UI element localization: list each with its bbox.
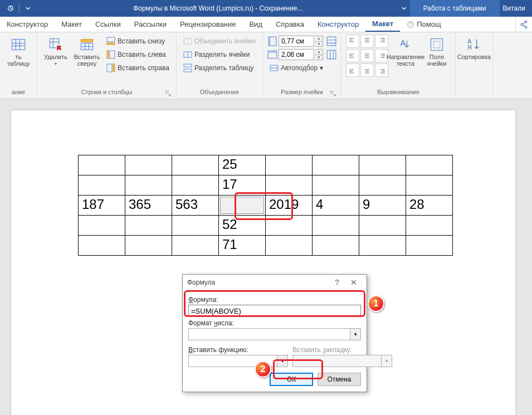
split-table-button[interactable]: Разделить таблицу [181, 61, 258, 75]
align-ml[interactable] [346, 49, 359, 62]
cell[interactable]: 2019 [266, 196, 313, 216]
tab-spravka[interactable]: Справка [269, 17, 311, 32]
cell[interactable] [313, 175, 359, 196]
svg-rect-16 [270, 37, 276, 46]
cell[interactable] [406, 236, 453, 256]
row-height-spinner[interactable]: ▲▼ [315, 36, 323, 47]
cell[interactable] [79, 236, 125, 256]
cell[interactable]: 9 [359, 196, 406, 216]
cell[interactable] [172, 175, 219, 196]
tab-maket-table[interactable]: Макет [365, 17, 400, 32]
cell[interactable] [79, 175, 125, 196]
cell[interactable]: 25 [219, 155, 266, 175]
number-format-input[interactable] [188, 328, 350, 340]
cell[interactable] [172, 236, 219, 256]
cell[interactable]: 52 [219, 216, 266, 236]
ok-button[interactable]: ОК [270, 373, 313, 386]
align-bl[interactable] [346, 64, 359, 77]
tab-maket[interactable]: Макет [55, 17, 89, 32]
cell[interactable] [266, 236, 313, 256]
dialog-help-button[interactable]: ? [329, 278, 345, 287]
word-table[interactable]: 25 17 18736556320194928 52 71 [78, 155, 453, 256]
qat-separator [19, 3, 19, 13]
cell[interactable] [406, 175, 453, 196]
share-button[interactable] [515, 17, 532, 32]
number-format-combo[interactable]: ▾ [188, 328, 361, 340]
formula-input[interactable] [188, 305, 361, 317]
insert-below-button[interactable]: Вставить снизу [104, 35, 172, 48]
distribute-rows-icon[interactable] [326, 36, 336, 46]
align-tl[interactable] [346, 35, 359, 48]
insert-function-combo[interactable]: ▾ [188, 355, 288, 367]
qat-dropdown-icon[interactable] [22, 2, 34, 14]
svg-rect-2 [12, 40, 25, 50]
tab-konstruktor[interactable]: Конструктор [0, 17, 55, 32]
cell[interactable] [406, 216, 453, 236]
cell-selection-icon [220, 197, 264, 214]
autofit-button[interactable]: Автоподбор ▾ [267, 61, 336, 75]
sort-button[interactable]: АЯ Сортировка [460, 35, 488, 89]
cell[interactable]: 4 [313, 196, 359, 216]
autosave-icon[interactable] [4, 2, 17, 14]
cell[interactable] [359, 236, 406, 256]
cell[interactable] [172, 155, 219, 175]
cell[interactable] [266, 155, 313, 175]
cell[interactable] [125, 236, 172, 256]
cell[interactable] [359, 175, 406, 196]
align-tr[interactable] [375, 35, 388, 48]
cell[interactable] [172, 216, 219, 236]
tab-rassylki[interactable]: Рассылки [128, 17, 173, 32]
cell[interactable] [125, 175, 172, 196]
cell[interactable] [266, 175, 313, 196]
tab-ssylki[interactable]: Ссылки [89, 17, 128, 32]
col-width-spinner[interactable]: ▲▼ [315, 49, 323, 60]
col-width-input[interactable] [279, 49, 314, 60]
cell[interactable]: 28 [406, 196, 453, 216]
col-width-icon [267, 50, 277, 60]
cancel-button[interactable]: Отмена [318, 373, 361, 386]
tab-konstruktor-table[interactable]: Конструктор [311, 17, 365, 32]
text-direction-button[interactable]: A Направление текста [392, 35, 419, 89]
cell[interactable] [359, 216, 406, 236]
draw-table-button[interactable]: ть таблицу [4, 35, 32, 89]
cell[interactable] [359, 155, 406, 175]
cell[interactable] [125, 155, 172, 175]
insert-function-dropdown-icon[interactable]: ▾ [277, 355, 288, 367]
cell[interactable] [79, 155, 125, 175]
cell[interactable] [313, 216, 359, 236]
rows-cols-dialog-launcher[interactable] [165, 91, 172, 97]
cell[interactable]: 71 [219, 236, 266, 256]
row-height-input[interactable] [279, 36, 314, 47]
dialog-titlebar[interactable]: Формула ? ✕ [183, 275, 367, 290]
cell[interactable] [266, 216, 313, 236]
cell[interactable] [313, 236, 359, 256]
cell-margins-button[interactable]: Поля ячейки [423, 35, 451, 89]
insert-right-button[interactable]: Вставить справа [104, 61, 172, 75]
dialog-close-button[interactable]: ✕ [345, 278, 362, 287]
distribute-cols-icon[interactable] [326, 50, 336, 60]
svg-text:А: А [467, 38, 471, 45]
number-format-dropdown-icon[interactable]: ▾ [350, 328, 361, 340]
cell[interactable] [313, 155, 359, 175]
insert-above-button[interactable]: Вставить сверху [73, 35, 101, 89]
cell[interactable] [406, 155, 453, 175]
user-name[interactable]: Витали [500, 4, 532, 12]
tab-help[interactable]: Помощ [400, 17, 447, 32]
cell[interactable]: 17 [219, 175, 266, 196]
delete-button[interactable]: Удалить▾ [42, 35, 70, 89]
align-mc[interactable] [360, 49, 374, 62]
cell[interactable] [79, 216, 125, 236]
align-bc[interactable] [360, 64, 374, 77]
cell[interactable]: 187 [79, 196, 125, 216]
split-cells-button[interactable]: Разделить ячейки [181, 48, 258, 61]
active-cell[interactable] [219, 196, 266, 216]
align-tc[interactable] [360, 35, 374, 48]
cell[interactable]: 365 [125, 196, 172, 216]
title-dropdown-icon[interactable] [398, 2, 410, 14]
size-dialog-launcher[interactable] [330, 91, 336, 97]
cell[interactable] [125, 216, 172, 236]
insert-left-button[interactable]: Вставить слева [104, 48, 172, 61]
tab-recenz[interactable]: Рецензирование [173, 17, 242, 32]
tab-vid[interactable]: Вид [242, 17, 269, 32]
cell[interactable]: 563 [172, 196, 219, 216]
